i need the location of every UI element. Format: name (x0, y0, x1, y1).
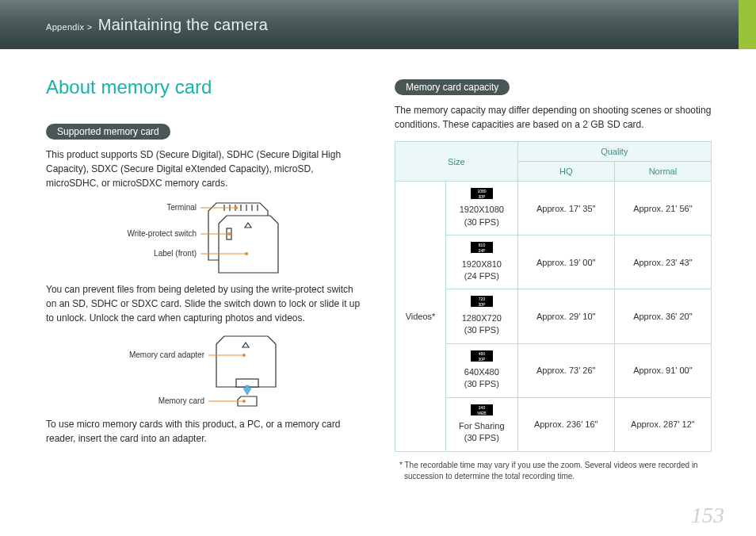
label-front: Label (front) (154, 249, 197, 258)
left-column: Supported memory card This product suppo… (46, 124, 363, 452)
label-write-protect: Write-protect switch (127, 229, 197, 238)
svg-text:24P: 24P (478, 248, 486, 253)
svg-text:480: 480 (479, 351, 486, 356)
fps-text: (24 FPS) (464, 271, 499, 281)
page-title: About memory card (46, 76, 212, 98)
group-label: Videos* (395, 182, 446, 452)
size-cell: 81024P 1920X810 (24 FPS) (446, 235, 518, 289)
normal-cell: Approx. 36' 20" (614, 289, 711, 343)
th-size: Size (395, 142, 518, 182)
svg-text:720: 720 (479, 297, 486, 301)
table-header-row: Size Quality (395, 142, 712, 162)
svg-text:30P: 30P (478, 194, 486, 199)
para-write-protect: You can prevent files from being deleted… (46, 282, 363, 325)
th-quality: Quality (517, 142, 711, 162)
normal-cell: Approx. 287' 12" (614, 397, 711, 451)
res-icon-1080: 108030P (471, 188, 493, 199)
size-cell: 240WEB For Sharing (30 FPS) (446, 397, 518, 451)
pill-capacity: Memory card capacity (395, 79, 510, 95)
hq-cell: Approx. 17' 35" (517, 182, 614, 235)
para-supported: This product supports SD (Secure Digital… (46, 147, 363, 190)
fps-text: (30 FPS) (464, 433, 499, 442)
svg-text:30P: 30P (478, 302, 486, 307)
svg-point-18 (242, 400, 246, 403)
page-content: About memory card Supported memory card … (0, 49, 756, 536)
adapter-diagram: Memory card adapter Memory card (46, 331, 363, 411)
sd-card-diagram-svg: Terminal Write-protect switch Label (fro… (78, 197, 331, 276)
th-normal: Normal (614, 162, 711, 182)
size-text: 640X480 (464, 367, 499, 377)
label-memory-card: Memory card (158, 396, 204, 405)
label-terminal: Terminal (166, 203, 197, 212)
normal-cell: Approx. 23' 43" (614, 235, 711, 289)
res-icon-240: 240WEB (471, 404, 493, 415)
size-text: 1920X1080 (460, 205, 504, 214)
table-footnote: * The recordable time may vary if you us… (395, 460, 712, 482)
svg-point-13 (245, 252, 248, 255)
svg-point-11 (227, 232, 231, 235)
th-hq: HQ (517, 162, 614, 182)
fps-text: (30 FPS) (464, 217, 499, 227)
label-adapter: Memory card adapter (129, 350, 205, 359)
svg-text:1080: 1080 (477, 189, 486, 193)
res-icon-480: 48030P (471, 350, 493, 362)
accent-strip (739, 0, 756, 49)
size-text: 1920X810 (462, 259, 502, 269)
size-cell: 108030P 1920X1080 (30 FPS) (446, 182, 518, 235)
para-adapter: To use micro memory cards with this prod… (46, 417, 363, 446)
svg-point-16 (242, 354, 246, 357)
res-icon-720: 72030P (471, 296, 493, 307)
svg-text:810: 810 (479, 243, 486, 247)
hq-cell: Approx. 29' 10" (517, 289, 614, 343)
pill-supported-card: Supported memory card (46, 124, 170, 140)
svg-point-9 (235, 206, 238, 209)
svg-text:WEB: WEB (477, 411, 487, 415)
normal-cell: Approx. 91' 00" (614, 343, 711, 397)
fps-text: (30 FPS) (464, 325, 499, 335)
size-cell: 72030P 1280X720 (30 FPS) (446, 289, 518, 343)
hq-cell: Approx. 236' 16" (517, 397, 614, 451)
svg-text:30P: 30P (478, 357, 486, 362)
res-icon-810: 81024P (471, 242, 493, 253)
page-number: 153 (691, 503, 724, 528)
adapter-diagram-svg: Memory card adapter Memory card (78, 331, 331, 411)
breadcrumb-section: Appendix > (46, 22, 92, 32)
svg-text:240: 240 (479, 405, 486, 410)
fps-text: (30 FPS) (464, 379, 499, 389)
breadcrumb-title: Maintaining the camera (98, 16, 269, 33)
normal-cell: Approx. 21' 56" (614, 182, 711, 235)
capacity-table: Size Quality HQ Normal Videos* 108030P 1… (395, 141, 712, 452)
size-cell: 48030P 640X480 (30 FPS) (446, 343, 518, 397)
sd-card-diagram: Terminal Write-protect switch Label (fro… (46, 197, 363, 276)
hq-cell: Approx. 19' 00" (517, 235, 614, 289)
hq-cell: Approx. 73' 26" (517, 343, 614, 397)
size-text: For Sharing (459, 421, 504, 431)
right-column: Memory card capacity The memory capacity… (395, 79, 712, 482)
breadcrumb: Appendix > Maintaining the camera (0, 16, 268, 34)
header-bar: Appendix > Maintaining the camera (0, 0, 756, 49)
para-capacity: The memory capacity may differ depending… (395, 103, 712, 132)
size-text: 1280X720 (462, 313, 502, 323)
table-row: Videos* 108030P 1920X1080 (30 FPS) Appro… (395, 182, 712, 235)
